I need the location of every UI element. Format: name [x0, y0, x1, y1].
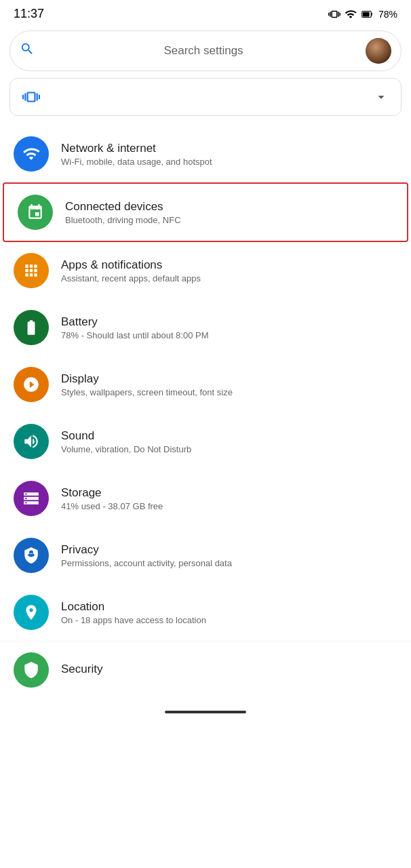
privacy-subtitle: Permissions, account activity, personal … [61, 558, 397, 568]
storage-icon [14, 481, 49, 516]
apps-subtitle: Assistant, recent apps, default apps [61, 273, 397, 283]
privacy-title: Privacy [61, 543, 397, 557]
battery-icon [14, 310, 49, 345]
apps-icon [14, 253, 49, 288]
avatar[interactable] [366, 38, 391, 64]
location-title: Location [61, 600, 397, 614]
chevron-down-icon [374, 90, 389, 104]
settings-item-display[interactable]: Display Styles, wallpapers, screen timeo… [0, 356, 411, 413]
privacy-icon [14, 538, 49, 573]
sound-subtitle: Volume, vibration, Do Not Disturb [61, 444, 397, 454]
apps-title: Apps & notifications [61, 258, 397, 272]
display-text: Display Styles, wallpapers, screen timeo… [61, 372, 397, 397]
settings-item-connected[interactable]: Connected devices Bluetooth, driving mod… [3, 182, 408, 242]
settings-item-battery[interactable]: Battery 78% - Should last until about 8:… [0, 299, 411, 356]
sound-text: Sound Volume, vibration, Do Not Disturb [61, 429, 397, 454]
vibrate-bar[interactable] [9, 78, 402, 116]
settings-item-network[interactable]: Network & internet Wi-Fi, mobile, data u… [0, 125, 411, 182]
security-icon [14, 652, 49, 688]
wifi-status-icon [345, 8, 357, 20]
settings-item-location[interactable]: Location On - 18 apps have access to loc… [0, 584, 411, 641]
status-time: 11:37 [14, 7, 44, 21]
search-icon [20, 41, 35, 60]
apps-text: Apps & notifications Assistant, recent a… [61, 258, 397, 283]
location-icon [14, 595, 49, 630]
network-subtitle: Wi-Fi, mobile, data usage, and hotspot [61, 157, 397, 167]
status-bar: 11:37 78% [0, 0, 411, 25]
security-text: Security [61, 663, 397, 677]
storage-title: Storage [61, 486, 397, 500]
display-icon [14, 367, 49, 402]
location-subtitle: On - 18 apps have access to location [61, 615, 397, 625]
settings-list: Network & internet Wi-Fi, mobile, data u… [0, 125, 411, 698]
sound-title: Sound [61, 429, 397, 443]
privacy-text: Privacy Permissions, account activity, p… [61, 543, 397, 568]
security-title: Security [61, 663, 397, 676]
settings-item-storage[interactable]: Storage 41% used - 38.07 GB free [0, 470, 411, 527]
settings-item-sound[interactable]: Sound Volume, vibration, Do Not Disturb [0, 413, 411, 470]
storage-text: Storage 41% used - 38.07 GB free [61, 486, 397, 511]
display-title: Display [61, 372, 397, 386]
settings-item-privacy[interactable]: Privacy Permissions, account activity, p… [0, 527, 411, 584]
avatar-image [366, 38, 391, 64]
battery-subtitle: 78% - Should last until about 8:00 PM [61, 330, 397, 340]
storage-subtitle: 41% used - 38.07 GB free [61, 501, 397, 511]
status-icons: 78% [328, 8, 397, 20]
connected-text: Connected devices Bluetooth, driving mod… [65, 200, 393, 225]
svg-rect-1 [363, 12, 370, 16]
network-text: Network & internet Wi-Fi, mobile, data u… [61, 142, 397, 167]
settings-item-apps[interactable]: Apps & notifications Assistant, recent a… [0, 242, 411, 299]
battery-percent: 78% [378, 9, 397, 20]
sound-icon [14, 424, 49, 459]
location-text: Location On - 18 apps have access to loc… [61, 600, 397, 625]
display-subtitle: Styles, wallpapers, screen timeout, font… [61, 387, 397, 397]
battery-text-item: Battery 78% - Should last until about 8:… [61, 315, 397, 340]
vibrate-icon [22, 88, 40, 106]
search-placeholder: Search settings [41, 44, 366, 58]
settings-item-security[interactable]: Security [0, 641, 411, 698]
battery-title: Battery [61, 315, 397, 329]
network-title: Network & internet [61, 142, 397, 155]
network-icon [14, 136, 49, 172]
connected-title: Connected devices [65, 200, 393, 214]
battery-status-icon [361, 8, 374, 20]
connected-subtitle: Bluetooth, driving mode, NFC [65, 215, 393, 225]
search-bar[interactable]: Search settings [9, 31, 402, 71]
home-indicator [165, 711, 246, 713]
vibrate-status-icon [328, 8, 340, 20]
connected-icon [18, 195, 53, 230]
